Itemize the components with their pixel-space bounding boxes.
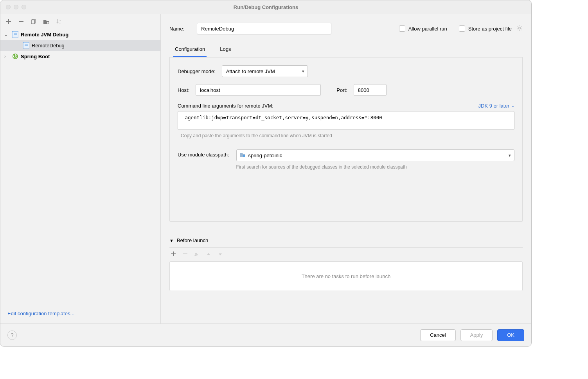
remove-icon[interactable] [18,18,24,24]
module-hint: First search for sources of the debugged… [236,164,408,170]
tabs: Configuration Logs [169,43,523,57]
cancel-button[interactable]: Cancel [420,329,455,341]
configuration-panel: Debugger mode: Attach to remote JVM ▾ Ho… [169,57,523,222]
sidebar: az ⌄ Remote JVM Debug RemoteDebug [0,14,161,323]
cmd-header-row: Command line arguments for remote JVM: J… [178,103,514,109]
edit-templates-link[interactable]: Edit configuration templates... [0,307,160,323]
section-title: Before launch [177,237,208,243]
svg-point-9 [519,27,521,29]
ok-button[interactable]: OK [497,329,524,341]
debugger-mode-select[interactable]: Attach to remote JVM ▾ [222,65,308,77]
host-port-row: Host: Port: [178,84,514,96]
port-label: Port: [336,87,347,93]
sidebar-toolbar: az [0,14,160,28]
debugger-mode-label: Debugger mode: [178,68,216,74]
checkbox[interactable] [399,25,405,32]
dialog-window: Run/Debug Configurations az [0,0,532,347]
footer-buttons: Cancel Apply OK [420,329,524,341]
copy-icon[interactable] [31,18,36,24]
cmd-args-textarea[interactable]: -agentlib:jdwp=transport=dt_socket,serve… [178,111,514,130]
add-icon[interactable] [171,251,176,257]
chevron-down-icon: ▾ [302,69,304,74]
module-icon [240,152,245,159]
port-input[interactable] [354,84,387,96]
tab-configuration[interactable]: Configuration [173,43,207,57]
triangle-down-icon: ▼ [169,238,174,243]
main-panel: Name: Allow parallel run Store as projec… [161,14,531,323]
select-value: Attach to remote JVM [226,68,275,74]
module-classpath-label: Use module classpath: [178,149,229,158]
chevron-down-icon: ▾ [509,153,511,158]
name-input[interactable] [197,23,331,34]
checkbox-label: Allow parallel run [408,26,447,32]
tree-label: Remote JVM Debug [21,32,68,38]
titlebar: Run/Debug Configurations [0,0,531,14]
chevron-down-icon: ⌄ [4,32,10,37]
allow-parallel-checkbox[interactable]: Allow parallel run [399,25,447,32]
gear-icon[interactable] [516,25,523,32]
help-button[interactable]: ? [7,331,17,340]
tab-logs[interactable]: Logs [218,43,232,57]
dialog-body: az ⌄ Remote JVM Debug RemoteDebug [0,14,531,323]
chevron-down-icon: ⌄ [511,103,514,108]
module-row: Use module classpath: spring-petclinic ▾… [178,149,514,170]
select-value: spring-petclinic [248,153,282,158]
debugger-mode-row: Debugger mode: Attach to remote JVM ▾ [178,65,514,77]
remote-debug-icon [23,42,29,49]
remote-debug-icon [12,31,18,38]
host-label: Host: [178,87,189,93]
save-template-icon[interactable] [43,18,49,24]
dialog-footer: ? Cancel Apply OK [0,323,531,346]
checkbox[interactable] [459,25,465,32]
checkbox-label: Store as project file [468,26,512,32]
chevron-right-icon: › [4,54,10,59]
window-title: Run/Debug Configurations [0,4,531,10]
before-launch-header[interactable]: ▼ Before launch [169,236,523,248]
sort-alpha-icon[interactable]: az [56,18,63,24]
add-icon[interactable] [6,18,11,24]
tree-item-remote-jvm[interactable]: ⌄ Remote JVM Debug [0,29,160,40]
tree-item-remotedebug[interactable]: RemoteDebug [0,40,160,51]
host-input[interactable] [196,84,321,96]
remove-icon[interactable] [183,251,187,257]
svg-text:a: a [59,19,61,22]
name-row: Name: Allow parallel run Store as projec… [169,23,523,34]
before-launch-section: ▼ Before launch There are no tasks to ru… [169,236,523,291]
before-launch-list: There are no tasks to run before launch [169,261,523,291]
svg-rect-10 [243,155,245,157]
cmd-args-label: Command line arguments for remote JVM: [178,103,273,109]
store-project-checkbox[interactable]: Store as project file [459,25,523,32]
module-classpath-select[interactable]: spring-petclinic ▾ [236,149,514,161]
name-label: Name: [169,26,184,32]
cmd-args-hint: Copy and paste the arguments to the comm… [181,133,514,138]
tree-label: RemoteDebug [32,43,65,48]
svg-rect-1 [31,20,34,24]
spring-boot-icon [12,53,18,60]
options-group: Allow parallel run Store as project file [399,25,523,32]
config-tree: ⌄ Remote JVM Debug RemoteDebug › [0,28,160,307]
tree-label: Spring Boot [21,54,50,59]
edit-icon[interactable] [194,251,199,257]
link-text: JDK 9 or later [478,103,509,109]
jdk-version-link[interactable]: JDK 9 or later ⌄ [478,103,514,109]
up-icon[interactable] [206,251,211,257]
empty-text: There are no tasks to run before launch [302,273,391,279]
svg-text:z: z [59,22,61,24]
tree-item-spring-boot[interactable]: › Spring Boot [0,51,160,62]
apply-button[interactable]: Apply [460,329,493,341]
down-icon[interactable] [218,251,223,257]
before-launch-toolbar [169,248,523,261]
